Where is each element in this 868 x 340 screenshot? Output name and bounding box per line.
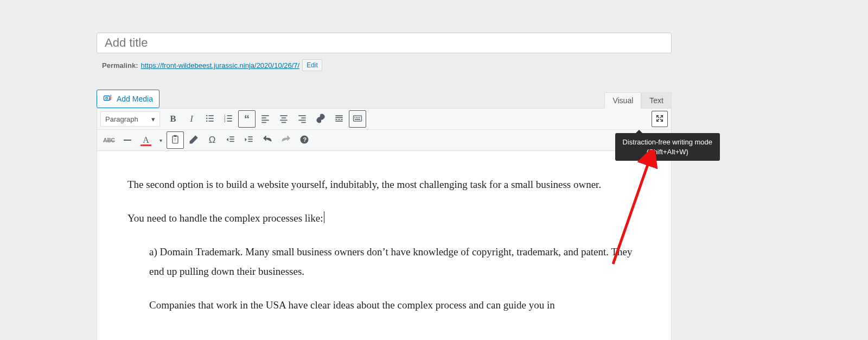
undo-icon (262, 134, 273, 147)
numbered-list-button[interactable]: 123 (220, 110, 237, 128)
svg-rect-43 (229, 141, 234, 142)
content-paragraph-4: Companies that work in the USA have clea… (127, 295, 641, 315)
svg-rect-32 (354, 116, 362, 121)
paragraph-format-select[interactable]: Paragraph ▾ (100, 111, 160, 127)
toolbar-toggle-button[interactable] (349, 110, 366, 128)
format-select-value: Paragraph (105, 115, 138, 123)
help-button[interactable]: ? (296, 131, 313, 149)
omega-icon: Ω (209, 135, 216, 146)
svg-rect-36 (359, 117, 360, 118)
text-cursor (324, 211, 324, 223)
svg-rect-27 (335, 117, 342, 118)
title-field-wrap[interactable] (97, 33, 672, 53)
tab-text[interactable]: Text (641, 92, 672, 109)
undo-button[interactable] (259, 131, 276, 149)
title-input[interactable] (104, 35, 665, 51)
align-center-icon (278, 113, 289, 125)
tooltip-line1: Distraction-free writing mode (623, 138, 712, 146)
permalink-label: Permalink: (102, 61, 138, 70)
align-center-button[interactable] (275, 110, 292, 128)
link-button[interactable] (312, 110, 329, 128)
svg-point-6 (206, 120, 208, 122)
align-right-button[interactable] (293, 110, 311, 128)
text-color-dropdown[interactable]: ▾ (156, 131, 165, 149)
redo-icon (280, 134, 291, 147)
strikethrough-button[interactable]: ABC (100, 131, 118, 149)
blockquote-icon: “ (244, 115, 250, 123)
svg-text:T: T (174, 137, 177, 142)
svg-rect-25 (301, 122, 305, 123)
align-right-icon (297, 113, 308, 125)
svg-text:3: 3 (224, 119, 226, 122)
svg-rect-46 (248, 141, 252, 142)
svg-rect-21 (282, 122, 286, 123)
numbered-list-icon: 123 (223, 113, 234, 125)
blockquote-button[interactable]: “ (238, 110, 256, 128)
editor-mode-tabs: Visual Text (604, 92, 672, 109)
abc-strikethrough-icon: ABC (103, 137, 115, 143)
redo-button[interactable] (277, 131, 295, 149)
svg-rect-39 (174, 135, 177, 136)
svg-rect-26 (335, 115, 342, 116)
svg-text:?: ? (303, 136, 307, 143)
keyboard-icon (352, 113, 363, 125)
svg-rect-17 (261, 122, 266, 123)
svg-rect-33 (354, 117, 355, 118)
svg-point-4 (206, 117, 208, 119)
indent-button[interactable] (240, 131, 258, 149)
svg-rect-35 (358, 117, 359, 118)
content-paragraph-2: You need to handle the complex processes… (127, 209, 641, 228)
fullscreen-icon (655, 114, 664, 124)
bold-button[interactable]: B (164, 110, 182, 128)
bulleted-list-icon (205, 113, 215, 125)
svg-rect-13 (227, 121, 232, 122)
align-left-button[interactable] (257, 110, 274, 128)
paste-as-text-button[interactable]: T (167, 131, 184, 149)
clipboard-text-icon: T (170, 134, 181, 147)
svg-rect-41 (229, 136, 234, 137)
svg-rect-15 (261, 117, 266, 118)
permalink-url[interactable]: https://front-wildebeest.jurassic.ninja/… (141, 61, 299, 70)
svg-rect-16 (261, 119, 269, 121)
outdent-button[interactable] (222, 131, 239, 149)
svg-rect-44 (248, 136, 252, 137)
chevron-down-icon: ▾ (159, 137, 162, 143)
svg-rect-34 (356, 117, 357, 118)
italic-icon: I (190, 114, 193, 124)
horizontal-rule-button[interactable] (119, 131, 136, 149)
read-more-icon (334, 113, 344, 125)
chevron-down-icon: ▾ (151, 115, 155, 123)
content-paragraph-3: a) Domain Trademark. Many small business… (127, 242, 641, 281)
indent-icon (244, 134, 254, 147)
editor-content[interactable]: The second option is to build a website … (97, 151, 672, 340)
edit-permalink-button[interactable]: Edit (302, 59, 322, 71)
svg-rect-24 (298, 119, 305, 121)
svg-rect-42 (229, 138, 234, 140)
camera-music-icon (103, 93, 113, 105)
text-color-button[interactable]: A (137, 131, 155, 149)
svg-rect-9 (227, 115, 232, 116)
add-media-button[interactable]: Add Media (97, 90, 159, 108)
svg-rect-45 (248, 138, 252, 140)
tab-visual[interactable]: Visual (604, 92, 641, 109)
svg-rect-7 (209, 121, 214, 122)
italic-button[interactable]: I (183, 110, 200, 128)
svg-rect-29 (338, 118, 340, 119)
svg-rect-14 (261, 115, 269, 116)
special-character-button[interactable]: Ω (203, 131, 221, 149)
tooltip-line2: (Shift+Alt+W) (647, 148, 688, 156)
svg-rect-5 (209, 118, 214, 119)
tooltip-distraction-free: Distraction-free writing mode (Shift+Alt… (615, 133, 720, 161)
svg-rect-19 (282, 117, 286, 118)
distraction-free-button[interactable] (652, 111, 668, 127)
permalink-row: Permalink: https://front-wildebeest.jura… (97, 59, 672, 71)
link-icon (315, 113, 326, 125)
bulleted-list-button[interactable] (201, 110, 219, 128)
svg-rect-37 (355, 118, 360, 119)
add-media-label: Add Media (117, 95, 153, 103)
content-paragraph-1: The second option is to build a website … (127, 175, 641, 194)
svg-rect-3 (209, 115, 214, 116)
clear-formatting-button[interactable] (185, 131, 202, 149)
svg-rect-11 (227, 118, 232, 119)
read-more-button[interactable] (330, 110, 348, 128)
